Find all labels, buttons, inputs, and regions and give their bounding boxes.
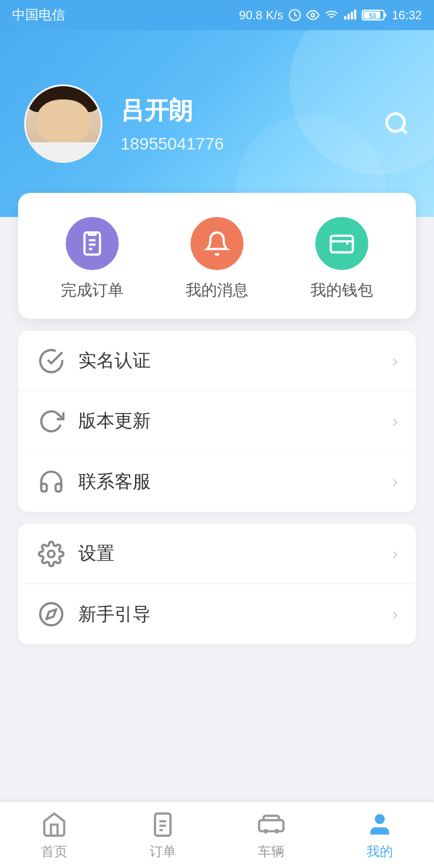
gear-icon [36, 539, 66, 569]
nav-vehicles-label: 车辆 [258, 843, 285, 861]
nav-home-label: 首页 [41, 843, 68, 861]
svg-point-18 [48, 550, 55, 557]
menu-item-tutorial[interactable]: 新手引导 › [18, 584, 416, 644]
quick-actions-card: 完成订单 我的消息 我的钱包 [18, 193, 416, 319]
menu-group-2: 设置 › 新手引导 › [18, 524, 416, 644]
headset-icon [36, 467, 66, 497]
wallet-icon-bg [315, 217, 368, 270]
arrow-icon-settings: › [392, 544, 398, 564]
status-right: 90.8 K/s 53 16:32 [239, 8, 422, 22]
search-icon [383, 110, 410, 137]
svg-point-26 [263, 829, 268, 833]
svg-rect-17 [330, 236, 353, 253]
arrow-icon-service: › [392, 472, 398, 491]
menu-item-version-update[interactable]: 版本更新 › [18, 391, 416, 451]
svg-point-27 [275, 829, 279, 833]
quick-action-wallet[interactable]: 我的钱包 [310, 217, 373, 301]
svg-rect-6 [354, 10, 356, 20]
vehicles-nav-icon [257, 810, 286, 839]
svg-rect-9 [384, 13, 386, 17]
complete-orders-label: 完成订单 [61, 280, 124, 301]
nav-mine-label: 我的 [366, 843, 393, 861]
bottom-nav: 首页 订单 车辆 [0, 802, 434, 868]
messages-icon-bg [190, 217, 244, 270]
complete-orders-icon-bg [66, 217, 119, 270]
arrow-icon-tutorial: › [392, 605, 398, 624]
svg-rect-25 [259, 820, 283, 831]
svg-marker-20 [46, 609, 56, 619]
nav-item-mine[interactable]: 我的 [326, 810, 434, 861]
status-bar: 中国电信 90.8 K/s 53 16:32 [0, 0, 434, 30]
nav-item-vehicles[interactable]: 车辆 [217, 810, 326, 861]
messages-label: 我的消息 [186, 280, 248, 301]
svg-point-11 [387, 114, 404, 131]
profile-header: 吕开朗 18955041776 [0, 30, 434, 217]
arrow-icon-version: › [392, 412, 398, 431]
mine-nav-icon [365, 810, 394, 839]
wallet-icon [329, 230, 355, 257]
compass-icon [36, 599, 66, 629]
wifi-icon [324, 8, 339, 22]
quick-action-complete-orders[interactable]: 完成订单 [61, 217, 124, 301]
version-update-label: 版本更新 [78, 409, 392, 433]
time-label: 16:32 [392, 8, 422, 22]
svg-point-19 [40, 603, 63, 626]
menu-item-contact-service[interactable]: 联系客服 › [18, 451, 416, 512]
svg-line-12 [402, 129, 407, 134]
bell-icon [204, 230, 230, 257]
wallet-label: 我的钱包 [310, 280, 373, 301]
nav-orders-label: 订单 [149, 843, 176, 861]
svg-rect-4 [347, 14, 350, 19]
menu-item-real-name[interactable]: 实名认证 › [18, 331, 416, 391]
arrow-icon-real-name: › [392, 351, 398, 371]
svg-point-28 [376, 814, 385, 823]
verify-icon [36, 346, 66, 376]
avatar[interactable] [24, 84, 102, 163]
nav-item-home[interactable]: 首页 [0, 810, 108, 861]
orders-nav-icon [148, 810, 177, 839]
battery-icon: 53 [362, 8, 387, 22]
menu-group-1: 实名认证 › 版本更新 › 联系客服 › [18, 331, 416, 512]
carrier-label: 中国电信 [12, 6, 65, 24]
signal-icon [344, 8, 357, 22]
clock-icon [288, 8, 301, 22]
settings-label: 设置 [78, 541, 392, 566]
profile-info: 吕开朗 18955041776 [121, 94, 410, 154]
contact-service-label: 联系客服 [78, 470, 392, 494]
real-name-label: 实名认证 [78, 348, 392, 373]
svg-rect-3 [344, 16, 347, 20]
svg-rect-5 [351, 12, 353, 20]
avatar-image [26, 86, 101, 161]
eye-icon [306, 8, 319, 22]
tutorial-label: 新手引导 [78, 602, 392, 627]
svg-text:53: 53 [369, 13, 376, 19]
nav-item-orders[interactable]: 订单 [108, 810, 217, 861]
quick-action-messages[interactable]: 我的消息 [186, 217, 248, 301]
profile-name: 吕开朗 [121, 94, 410, 127]
clipboard-icon [79, 230, 105, 257]
refresh-icon [36, 406, 66, 436]
search-button[interactable] [383, 110, 410, 137]
network-speed: 90.8 K/s [239, 8, 283, 22]
home-nav-icon [40, 810, 69, 839]
menu-item-settings[interactable]: 设置 › [18, 524, 416, 584]
profile-phone: 18955041776 [121, 134, 410, 154]
svg-point-1 [311, 13, 315, 17]
